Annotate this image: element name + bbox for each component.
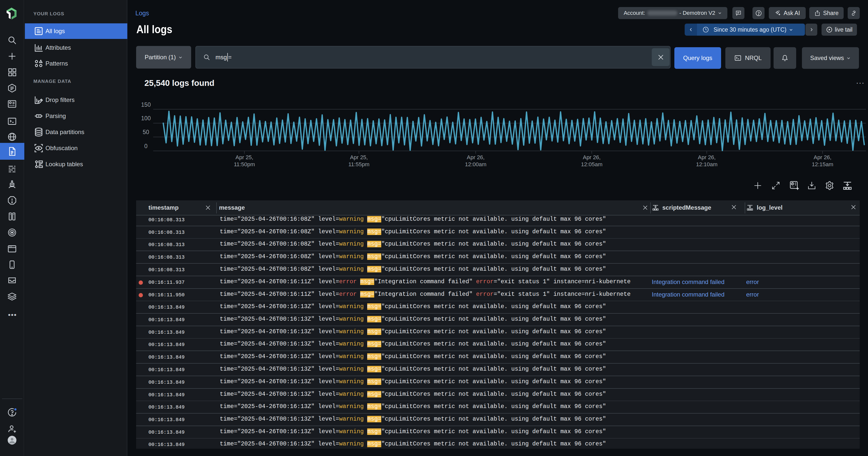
svg-text:Apr 25,: Apr 25, bbox=[236, 154, 253, 160]
svg-text:Apr 26,: Apr 26, bbox=[698, 154, 716, 160]
svg-text:Apr 26,: Apr 26, bbox=[467, 154, 485, 160]
svg-text:Apr 26,: Apr 26, bbox=[814, 154, 832, 160]
svg-text:11:55pm: 11:55pm bbox=[348, 161, 369, 167]
svg-text:Apr 26,: Apr 26, bbox=[583, 154, 601, 160]
svg-text:0: 0 bbox=[145, 143, 148, 150]
svg-text:12:15am: 12:15am bbox=[812, 161, 833, 167]
svg-text:12:10am: 12:10am bbox=[696, 161, 718, 167]
svg-text:150: 150 bbox=[141, 101, 151, 108]
svg-text:12:05am: 12:05am bbox=[581, 161, 602, 167]
svg-text:12:00am: 12:00am bbox=[465, 161, 487, 167]
svg-text:100: 100 bbox=[141, 115, 151, 122]
svg-text:Apr 25,: Apr 25, bbox=[350, 154, 368, 160]
svg-text:11:50pm: 11:50pm bbox=[234, 161, 255, 167]
svg-text:50: 50 bbox=[143, 129, 149, 135]
